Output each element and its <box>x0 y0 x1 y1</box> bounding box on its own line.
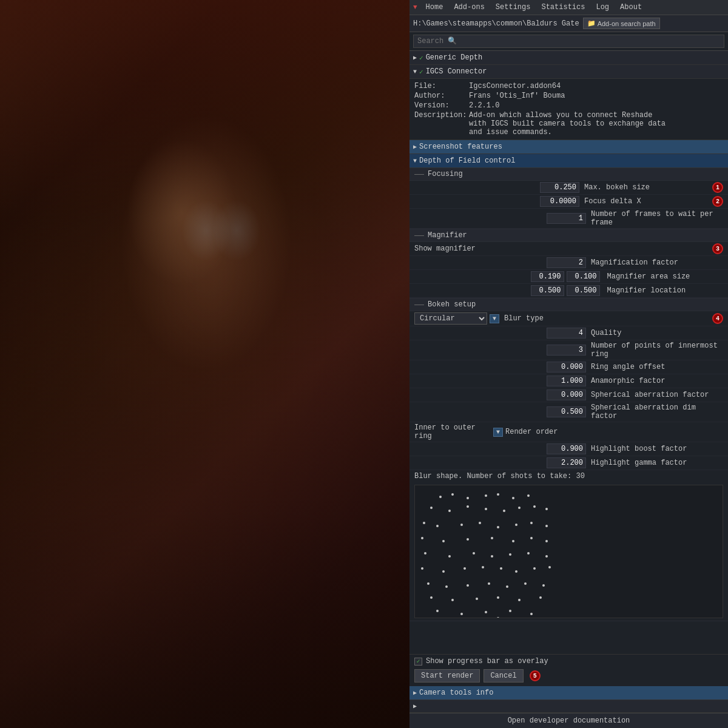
menu-log[interactable]: Log <box>591 2 614 13</box>
blur-type-label: Blur type <box>504 314 710 323</box>
frames-wait-input[interactable] <box>547 213 586 224</box>
spherical-aberration-dim-input[interactable] <box>547 406 586 417</box>
max-bokeh-input[interactable] <box>540 182 579 193</box>
description-row: Description: Add-on which allows you to … <box>414 110 723 137</box>
quality-row: Quality <box>410 326 728 340</box>
ring-angle-input[interactable] <box>547 362 586 372</box>
author-value: Frans 'Otis_Inf' Bouma <box>469 92 723 100</box>
content-area[interactable]: ▶ ✓ Generic Depth ▼ ✓ IGCS Connector Fil… <box>410 51 728 654</box>
screenshot-features-header[interactable]: ▶ Screenshot features <box>410 140 728 154</box>
generic-depth-check: ✓ <box>419 54 423 62</box>
game-path: H:\Games\steamapps\common\Baldurs Gate <box>413 19 579 28</box>
blur-type-select[interactable]: Circular Linear <box>414 312 487 325</box>
bokeh-setup-section: Bokeh setup Circular Linear ▼ Blur type … <box>410 298 728 621</box>
magnification-factor-row: Magnification factor <box>410 256 728 270</box>
description-value: Add-on which allows you to connect Resha… <box>469 111 723 136</box>
author-label: Author: <box>414 92 469 100</box>
menubar: ▼ Home Add-ons Settings Statistics Log A… <box>410 0 728 15</box>
author-row: Author: Frans 'Otis_Inf' Bouma <box>414 91 723 101</box>
blur-type-dropdown-arrow[interactable]: ▼ <box>490 314 499 323</box>
depth-of-field-arrow: ▼ <box>413 158 417 164</box>
bokeh-setup-group-name: Bokeh setup <box>428 300 476 309</box>
spherical-aberration-dim-row: Spherical aberration dim factor <box>410 402 728 422</box>
blur-shape-label: Blur shape. Number of shots to take: 30 <box>410 470 728 482</box>
camera-tools-title: Camera tools info <box>419 689 493 697</box>
focus-delta-row: Focus delta X 2 <box>410 195 728 209</box>
game-background <box>0 0 410 728</box>
igcs-info: File: IgcsConnector.addon64 Author: Fran… <box>410 79 728 140</box>
depth-of-field-header[interactable]: ▼ Depth of Field control <box>410 154 728 168</box>
magnifier-area-input2[interactable] <box>567 271 600 282</box>
screenshot-features-title: Screenshot features <box>419 143 502 151</box>
collapsed-section-arrow: ▶ <box>413 703 417 710</box>
addon-search-path-label: Add-on search path <box>598 20 656 27</box>
spherical-aberration-dim-label: Spherical aberration dim factor <box>591 403 723 420</box>
highlight-gamma-row: Highlight gamma factor <box>410 456 728 470</box>
highlight-boost-input[interactable] <box>547 443 586 454</box>
frames-wait-label: Number of frames to wait per frame <box>591 210 723 227</box>
render-order-label: Render order <box>505 428 723 436</box>
generic-depth-title: Generic Depth <box>426 53 483 62</box>
search-input[interactable] <box>413 35 724 48</box>
menu-settings[interactable]: Settings <box>491 2 536 13</box>
render-order-dropdown-arrow[interactable]: ▼ <box>493 428 503 437</box>
start-render-button[interactable]: Start render <box>414 669 480 682</box>
version-value: 2.2.1.0 <box>469 101 723 110</box>
pathbar: H:\Games\steamapps\common\Baldurs Gate 📁… <box>410 15 728 32</box>
magnification-factor-input[interactable] <box>547 257 586 268</box>
show-progress-checkbox[interactable] <box>414 658 422 666</box>
highlight-boost-row: Highlight boost factor <box>410 442 728 456</box>
spherical-aberration-label: Spherical aberration factor <box>591 391 723 399</box>
version-row: Version: 2.2.1.0 <box>414 101 723 110</box>
version-label: Version: <box>414 101 469 110</box>
menu-about[interactable]: About <box>615 2 647 13</box>
generic-depth-header[interactable]: ▶ ✓ Generic Depth <box>410 51 728 65</box>
igcs-connector-header[interactable]: ▼ ✓ IGCS Connector <box>410 65 728 79</box>
magnifier-area-row: Magnifier area size <box>410 270 728 284</box>
addon-search-path-button[interactable]: 📁 Add-on search path <box>583 18 660 29</box>
anamorphic-input[interactable] <box>547 376 586 386</box>
frames-wait-row: Number of frames to wait per frame <box>410 209 728 229</box>
menu-addons[interactable]: Add-ons <box>449 2 489 13</box>
magnifier-location-input1[interactable] <box>531 285 564 296</box>
open-dev-doc[interactable]: Open developer documentation <box>410 713 728 728</box>
bokeh-setup-group-header: Bokeh setup <box>410 298 728 311</box>
magnifier-location-input2[interactable] <box>567 285 600 296</box>
blur-shape-canvas <box>414 485 723 618</box>
anamorphic-label: Anamorphic factor <box>591 377 723 385</box>
show-magnifier-row: Show magnifier 3 <box>410 242 728 256</box>
bottombar: Show progress bar as overlay Start rende… <box>410 654 728 728</box>
igcs-connector-arrow: ▼ <box>413 69 417 75</box>
menu-statistics[interactable]: Statistics <box>536 2 590 13</box>
magnifier-section: Magnifier Show magnifier 3 Magnification… <box>410 229 728 298</box>
badge-2: 2 <box>712 196 723 207</box>
render-order-value-label: Inner to outer ring <box>414 423 493 440</box>
menu-home[interactable]: Home <box>421 2 448 13</box>
magnifier-group-name: Magnifier <box>428 231 467 240</box>
screenshot-features-arrow: ▶ <box>413 143 417 150</box>
quality-input[interactable] <box>547 328 586 339</box>
magnifier-area-input1[interactable] <box>531 271 564 282</box>
focus-delta-input[interactable] <box>540 196 579 207</box>
magnifier-location-label: Magnifier location <box>607 286 724 295</box>
cancel-button[interactable]: Cancel <box>484 669 523 682</box>
max-bokeh-row: Max. bokeh size 1 <box>410 181 728 195</box>
focusing-group-header: Focusing <box>410 168 728 181</box>
spherical-aberration-input[interactable] <box>547 389 586 400</box>
progress-check-row: Show progress bar as overlay <box>410 655 728 668</box>
innermost-ring-input[interactable] <box>547 345 586 356</box>
highlight-boost-label: Highlight boost factor <box>591 445 723 453</box>
max-bokeh-label: Max. bokeh size <box>584 183 710 192</box>
depth-of-field-title: Depth of Field control <box>419 157 515 165</box>
spherical-aberration-row: Spherical aberration factor <box>410 388 728 402</box>
igcs-connector-title: IGCS Connector <box>426 67 487 76</box>
focusing-section: Focusing Max. bokeh size 1 Focus delta X… <box>410 168 728 229</box>
highlight-gamma-input[interactable] <box>547 457 586 468</box>
generic-depth-arrow: ▶ <box>413 54 417 61</box>
igcs-connector-check: ✓ <box>419 68 423 76</box>
magnifier-area-label: Magnifier area size <box>607 272 724 281</box>
magnification-factor-label: Magnification factor <box>591 258 723 267</box>
collapsed-section-header[interactable]: ▶ <box>410 700 728 713</box>
camera-tools-header[interactable]: ▶ Camera tools info <box>410 686 728 700</box>
ring-angle-label: Ring angle offset <box>591 363 723 371</box>
